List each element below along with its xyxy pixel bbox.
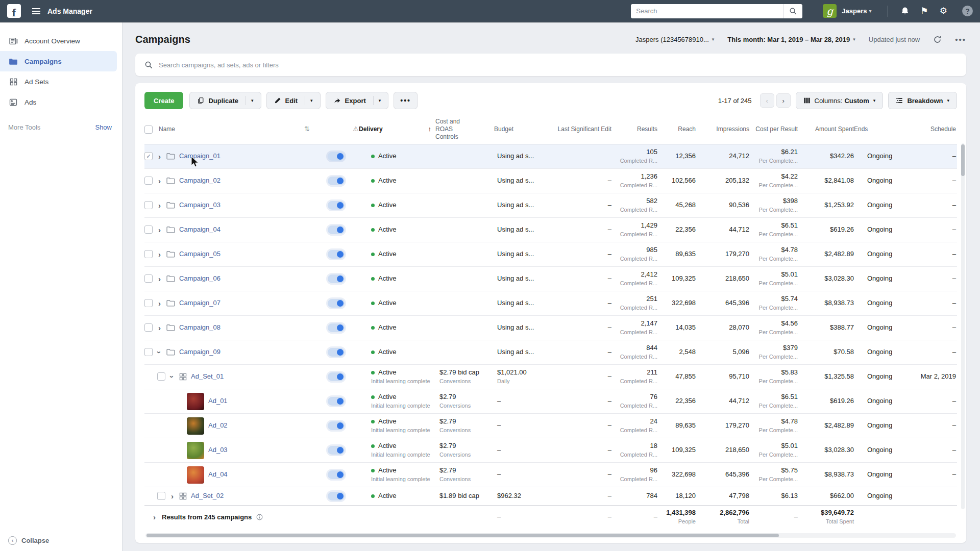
more-tools-show-link[interactable]: Show	[95, 123, 112, 131]
expand-chevron-icon[interactable]: ›	[157, 202, 162, 209]
vertical-scrollbar-thumb[interactable]	[961, 144, 965, 176]
delivery-toggle[interactable]	[328, 470, 345, 479]
refresh-icon[interactable]	[933, 35, 942, 44]
delivery-toggle[interactable]	[328, 226, 345, 234]
row-name-link[interactable]: Campaign_02	[179, 177, 220, 185]
notifications-bell-icon[interactable]	[900, 7, 910, 16]
campaign-row[interactable]: ›Campaign_09ActiveUsing ad s...–844Compl…	[144, 340, 957, 365]
row-name-link[interactable]: Ad_02	[208, 421, 228, 430]
sidebar-item-campaigns[interactable]: Campaigns	[0, 51, 117, 71]
user-menu-caret-icon[interactable]: ▾	[869, 8, 871, 14]
delivery-toggle[interactable]	[328, 492, 345, 500]
delivery-toggle[interactable]	[328, 372, 345, 381]
delivery-toggle[interactable]	[328, 274, 345, 283]
info-icon[interactable]	[256, 514, 263, 520]
delivery-toggle[interactable]	[328, 177, 345, 185]
delivery-toggle[interactable]	[328, 323, 345, 332]
delivery-toggle[interactable]	[328, 299, 345, 308]
row-checkbox[interactable]	[144, 299, 153, 307]
row-checkbox[interactable]	[144, 274, 153, 283]
sidebar-item-account-overview[interactable]: Account Overview	[0, 31, 117, 51]
col-results[interactable]: Results	[611, 123, 657, 135]
expand-chevron-icon[interactable]: ›	[157, 226, 162, 234]
campaign-row[interactable]: ›Campaign_06ActiveUsing ad s...–2,412Com…	[144, 267, 957, 291]
expand-chevron-icon[interactable]: ›	[157, 299, 162, 307]
row-name-link[interactable]: Ad_01	[208, 397, 228, 406]
help-icon[interactable]: ?	[962, 6, 973, 16]
expand-chevron-icon[interactable]: ›	[157, 275, 162, 283]
col-amount-spent[interactable]: Amount Spent	[798, 123, 854, 135]
delivery-toggle[interactable]	[328, 152, 345, 161]
row-checkbox[interactable]	[144, 250, 153, 258]
campaign-row[interactable]: ›Campaign_04ActiveUsing ad s...–1,429Com…	[144, 218, 957, 242]
row-checkbox[interactable]	[144, 177, 153, 185]
col-name[interactable]: Name	[159, 126, 175, 133]
row-name-link[interactable]: Campaign_07	[179, 299, 220, 308]
ad-row[interactable]: Ad_01ActiveInitial learning complete$2.7…	[144, 389, 957, 414]
expand-chevron-icon[interactable]: ›	[157, 153, 162, 160]
adset-row[interactable]: ›Ad_Set_01ActiveInitial learning complet…	[144, 365, 957, 389]
campaign-row[interactable]: ›Campaign_05ActiveUsing ad s...–985Compl…	[144, 242, 957, 267]
row-checkbox[interactable]	[157, 372, 165, 381]
caret-down-icon[interactable]: ▾	[947, 98, 949, 103]
ad-row[interactable]: Ad_03ActiveInitial learning complete$2.7…	[144, 438, 957, 463]
vertical-scrollbar[interactable]	[961, 143, 965, 509]
global-search-input[interactable]	[631, 4, 783, 18]
pages-flag-icon[interactable]: ⚑	[921, 7, 928, 15]
delivery-toggle[interactable]	[328, 250, 345, 259]
caret-down-icon[interactable]: ▾	[310, 98, 313, 103]
collapse-chevron-icon[interactable]: ›	[168, 374, 176, 380]
sidebar-item-ad-sets[interactable]: Ad Sets	[0, 71, 117, 92]
col-delivery[interactable]: Delivery	[359, 126, 383, 133]
next-page-button[interactable]: ›	[776, 93, 791, 108]
row-checkbox[interactable]	[144, 348, 153, 356]
col-impressions[interactable]: Impressions	[696, 123, 749, 135]
col-ends[interactable]: Ends	[854, 123, 897, 135]
row-name-link[interactable]: Ad_Set_02	[191, 492, 224, 500]
search-submit-button[interactable]	[783, 4, 802, 18]
campaign-row[interactable]: ›Campaign_03ActiveUsing ad s...–582Compl…	[144, 193, 957, 218]
user-name[interactable]: Jaspers	[842, 7, 867, 15]
campaign-row[interactable]: ›Campaign_02ActiveUsing ad s...–1,236Com…	[144, 169, 957, 193]
campaign-row[interactable]: ›Campaign_07ActiveUsing ad s...–251Compl…	[144, 291, 957, 316]
account-selector[interactable]: Jaspers (12345678910...▾	[635, 36, 714, 43]
col-cost-per-result[interactable]: Cost per Result	[749, 123, 798, 135]
col-last-edit[interactable]: Last Significant Edit	[548, 123, 611, 135]
expand-chevron[interactable]: ›	[152, 513, 157, 521]
ad-row[interactable]: Ad_02ActiveInitial learning complete$2.7…	[144, 414, 957, 438]
delivery-toggle[interactable]	[328, 397, 345, 406]
caret-down-icon[interactable]: ▾	[251, 98, 254, 103]
duplicate-button[interactable]: Duplicate ▾	[189, 92, 261, 109]
row-checkbox[interactable]	[157, 492, 165, 500]
create-button[interactable]: Create	[144, 92, 183, 109]
more-actions-button[interactable]: •••	[394, 92, 418, 109]
expand-chevron-icon[interactable]: ›	[157, 324, 162, 332]
row-name-link[interactable]: Campaign_01	[179, 152, 220, 161]
caret-down-icon[interactable]: ▾	[873, 98, 876, 103]
select-all-checkbox[interactable]	[144, 126, 153, 134]
row-checkbox[interactable]: ✓	[144, 152, 153, 160]
hamburger-menu-icon[interactable]	[32, 8, 40, 14]
expand-chevron-icon[interactable]: ›	[169, 492, 175, 500]
campaign-row[interactable]: ✓›Campaign_01ActiveUsing ad s...105Compl…	[144, 144, 957, 169]
campaign-row[interactable]: ›Campaign_08ActiveUsing ad s...–2,147Com…	[144, 316, 957, 340]
row-name-link[interactable]: Campaign_06	[179, 274, 220, 283]
horizontal-scrollbar[interactable]	[145, 533, 956, 538]
sort-icon[interactable]: ⇅	[304, 125, 310, 133]
row-name-link[interactable]: Ad_03	[208, 446, 228, 455]
expand-chevron-icon[interactable]: ›	[157, 251, 162, 258]
more-options-icon[interactable]: •••	[955, 35, 966, 44]
horizontal-scrollbar-thumb[interactable]	[146, 534, 779, 537]
row-name-link[interactable]: Ad_Set_01	[191, 372, 224, 381]
delivery-toggle[interactable]	[328, 201, 345, 210]
prev-page-button[interactable]: ‹	[760, 93, 774, 108]
row-name-link[interactable]: Campaign_05	[179, 250, 220, 259]
columns-button[interactable]: Columns:Custom ▾	[796, 92, 884, 109]
col-roas[interactable]: Cost and ROAS Controls	[435, 116, 476, 143]
col-budget[interactable]: Budget	[494, 123, 548, 135]
col-schedule[interactable]: Schedule	[897, 123, 956, 135]
row-checkbox[interactable]	[144, 201, 153, 209]
filter-search-input[interactable]	[159, 61, 957, 69]
ad-row[interactable]: Ad_04ActiveInitial learning complete$2.7…	[144, 463, 957, 487]
delivery-toggle[interactable]	[328, 446, 345, 455]
